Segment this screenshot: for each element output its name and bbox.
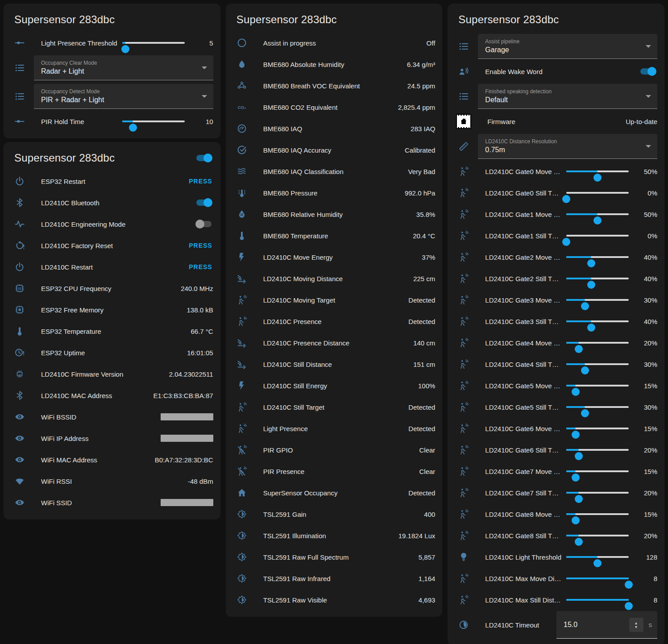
press-button[interactable]: PRESS <box>188 261 213 273</box>
entity-name: BME680 IAQ <box>263 125 406 133</box>
slider[interactable] <box>566 464 629 478</box>
toggle-switch[interactable] <box>195 219 212 229</box>
slider-handle[interactable] <box>575 538 583 546</box>
motion-sensor-icon <box>236 423 247 434</box>
slider-track[interactable] <box>566 599 629 601</box>
slider[interactable] <box>566 443 629 457</box>
slider[interactable] <box>122 114 185 129</box>
slider[interactable] <box>566 593 629 607</box>
slider[interactable] <box>566 378 629 393</box>
slider-handle[interactable] <box>575 495 583 503</box>
slider-track[interactable] <box>566 299 629 301</box>
motion-sensor-icon <box>458 295 469 305</box>
slider[interactable] <box>566 400 629 414</box>
slider-handle[interactable] <box>593 216 602 224</box>
slider-handle[interactable] <box>121 45 129 53</box>
timeout-input[interactable]: 15.0▴▾s <box>556 611 657 639</box>
motion-sensor-icon <box>236 316 247 327</box>
card-title: Supersensor 283dbc <box>458 13 657 26</box>
slider-handle[interactable] <box>562 195 570 203</box>
slider-track[interactable] <box>566 385 629 386</box>
brightness-icon <box>236 509 247 519</box>
slider[interactable] <box>566 250 629 264</box>
toggle-switch[interactable] <box>639 66 656 76</box>
slider[interactable] <box>566 314 629 328</box>
clock-alert-icon <box>14 347 25 358</box>
slider-value: 15% <box>637 382 657 390</box>
slider-handle[interactable] <box>572 431 580 439</box>
select-occupancy-clear-mode[interactable]: Occupancy Clear ModeRadar + Light <box>34 55 213 80</box>
slider-value: 15% <box>637 511 657 518</box>
slider-track[interactable] <box>566 535 629 536</box>
slider-handle[interactable] <box>572 474 580 482</box>
slider-track[interactable] <box>566 256 629 258</box>
slider-handle[interactable] <box>587 281 595 289</box>
slider-handle[interactable] <box>129 124 137 132</box>
slider-value: 15% <box>637 468 657 475</box>
slider-handle[interactable] <box>593 174 602 182</box>
slider[interactable] <box>566 229 629 243</box>
select-ld2410c-distance-resolution[interactable]: LD2410C Distance Resolution0.75m <box>478 134 657 159</box>
slider[interactable] <box>566 271 629 286</box>
slider-handle[interactable] <box>587 259 595 267</box>
slider-track[interactable] <box>566 278 629 279</box>
press-button[interactable]: PRESS <box>188 239 213 252</box>
slider-track[interactable] <box>566 492 629 494</box>
select-occupancy-detect-mode[interactable]: Occupancy Detect ModePIR + Radar + Light <box>34 84 213 109</box>
slider-track[interactable] <box>566 428 629 429</box>
slider-handle[interactable] <box>593 559 602 567</box>
slider[interactable] <box>566 528 629 543</box>
slider-track[interactable] <box>566 235 629 237</box>
slider-track[interactable] <box>566 556 629 558</box>
slider-handle[interactable] <box>562 238 570 246</box>
press-button[interactable]: PRESS <box>188 175 213 187</box>
slider-track[interactable] <box>566 470 629 472</box>
number-stepper[interactable]: ▴▾ <box>629 618 643 632</box>
slider-handle[interactable] <box>587 324 595 332</box>
slider-track[interactable] <box>566 342 629 344</box>
slider-handle[interactable] <box>581 366 589 374</box>
slider-track[interactable] <box>566 320 629 322</box>
slider-value: 40% <box>637 253 657 261</box>
slider-track[interactable] <box>566 363 629 365</box>
select-finished-speaking-detection[interactable]: Finished speaking detectionDefault <box>478 84 657 109</box>
slider[interactable] <box>566 164 629 179</box>
select-value: Default <box>485 96 641 104</box>
slider[interactable] <box>566 507 629 521</box>
select-assist-pipeline[interactable]: Assist pipelineGarage <box>478 34 657 59</box>
slider[interactable] <box>566 571 629 586</box>
toggle-switch[interactable] <box>195 198 212 208</box>
column-1: Supersensor 283dbc Light Presence Thresh… <box>4 4 220 519</box>
slider-track[interactable] <box>566 449 629 451</box>
slider-track[interactable] <box>566 192 629 194</box>
slider[interactable] <box>566 186 629 200</box>
slider-handle[interactable] <box>575 452 583 460</box>
slider-track[interactable] <box>122 42 185 44</box>
slider-track[interactable] <box>566 406 629 408</box>
slider[interactable] <box>122 36 185 50</box>
slider[interactable] <box>566 336 629 350</box>
slider[interactable] <box>566 357 629 371</box>
slider-handle[interactable] <box>572 516 580 524</box>
format-list-bulleted-icon <box>458 91 469 102</box>
slider-track[interactable] <box>566 213 629 215</box>
entity-name: LD2410C Factory Reset <box>41 242 188 249</box>
slider-handle[interactable] <box>581 302 589 310</box>
slider-handle[interactable] <box>625 581 633 589</box>
slider-track[interactable] <box>122 120 185 122</box>
slider[interactable] <box>566 421 629 436</box>
slider-handle[interactable] <box>581 409 589 417</box>
slider[interactable] <box>566 486 629 500</box>
slider-handle[interactable] <box>575 345 583 353</box>
slider-handle[interactable] <box>572 388 580 396</box>
slider-track[interactable] <box>566 170 629 172</box>
slider[interactable] <box>566 293 629 307</box>
slider[interactable] <box>566 550 629 564</box>
slider-handle[interactable] <box>625 602 633 610</box>
card-header-toggle[interactable] <box>195 153 212 163</box>
slider-track[interactable] <box>566 578 629 579</box>
entity-name: PIR GPIO <box>263 446 414 454</box>
slider[interactable] <box>566 207 629 221</box>
stepper-down-icon[interactable]: ▾ <box>635 625 637 629</box>
slider-track[interactable] <box>566 513 629 515</box>
